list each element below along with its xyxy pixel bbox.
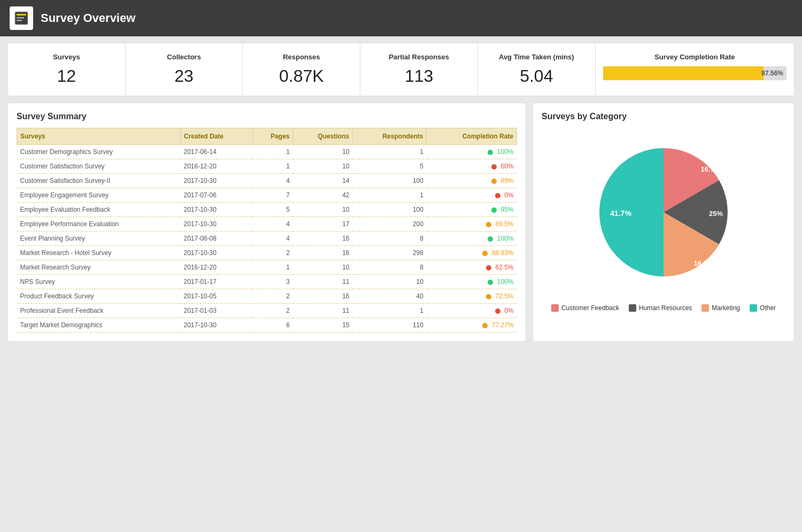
cell-respondents: 8 [353,260,427,275]
rate-value: 72.5% [495,292,513,300]
stat-surveys-value: 12 [16,66,118,86]
label-customer-feedback: 16.7% [701,165,721,173]
table-row: Event Planning Survey 2017-08-08 4 16 8 … [17,232,517,246]
stat-avg-time: Avg Time Taken (mins) 5.04 [478,43,596,96]
legend-box-other [750,304,757,312]
stats-bar: Surveys 12 Collectors 23 Responses 0.87K… [7,43,795,96]
survey-table: Surveys Created Date Pages Questions Res… [17,128,517,333]
cell-pages: 4 [253,217,293,232]
cell-respondents: 1 [353,304,427,318]
cell-rate: 100% [427,275,517,289]
cell-respondents: 40 [353,289,427,304]
completion-bar-fill [603,66,764,80]
survey-summary-panel: Survey Summary Surveys Created Date Page… [7,103,526,342]
stat-collectors-label: Collectors [133,53,235,61]
cell-questions: 17 [293,217,352,232]
stat-collectors-value: 23 [133,66,235,86]
app-logo [10,6,33,30]
stat-avg-label: Avg Time Taken (mins) [485,53,588,61]
cell-questions: 14 [293,174,352,188]
stat-partial-value: 113 [368,66,470,86]
cell-respondents: 1 [353,188,427,203]
cell-questions: 10 [293,145,352,159]
cell-questions: 11 [293,275,352,289]
legend-marketing: Marketing [701,304,740,312]
stat-partial-label: Partial Responses [368,53,470,61]
pie-container: 16.7% 25% 16.7% 41.7% [542,128,785,312]
main-content: Surveys 12 Collectors 23 Responses 0.87K… [0,36,802,348]
cell-pages: 2 [253,246,293,260]
rate-value: 0% [504,191,513,199]
status-dot [486,222,491,227]
svg-rect-1 [17,14,26,16]
rate-value: 95% [500,206,513,213]
cell-name: Customer Satisfaction Survey [17,159,181,174]
label-other: 41.7% [610,209,631,218]
cell-date: 2017-10-05 [181,289,253,304]
svg-rect-3 [17,20,22,21]
cell-date: 2017-07-06 [181,188,253,203]
stat-completion-label: Survey Completion Rate [603,53,786,61]
rate-value: 89% [500,177,513,184]
stat-responses-value: 0.87K [250,66,352,86]
svg-rect-2 [17,17,24,19]
stat-surveys: Surveys 12 [8,43,126,96]
cell-questions: 10 [293,159,352,174]
cell-date: 2017-08-08 [181,232,253,246]
cell-questions: 16 [293,232,352,246]
app-header: Survey Overview [0,0,802,36]
col-date: Created Date [181,128,253,145]
cell-rate: 0% [427,188,517,203]
legend-label-hr: Human Resources [639,304,692,312]
cell-pages: 4 [253,174,293,188]
rate-value: 60% [500,163,513,170]
rate-value: 100% [497,278,514,286]
col-questions: Questions [293,128,352,145]
col-pages: Pages [253,128,293,145]
legend-box-customer [551,304,559,312]
status-dot [482,251,488,256]
stat-partial: Partial Responses 113 [360,43,478,96]
col-surveys: Surveys [17,128,181,145]
cell-name: Customer Demographics Survey [17,145,181,159]
cell-date: 2017-10-30 [181,246,253,260]
cell-name: Employee Evaluation Feedback [17,203,181,217]
table-row: Employee Evaluation Feedback 2017-10-30 … [17,203,517,217]
cell-respondents: 100 [353,174,427,188]
cell-date: 2017-06-14 [181,145,253,159]
cell-pages: 1 [253,260,293,275]
table-row: Product Feedback Survey 2017-10-05 2 16 … [17,289,517,304]
bottom-section: Survey Summary Surveys Created Date Page… [7,103,795,342]
status-dot [491,179,497,184]
cell-questions: 42 [293,188,352,203]
legend-label-other: Other [760,304,776,312]
cell-rate: 88.93% [427,246,517,260]
survey-summary-title: Survey Summary [17,112,517,121]
slice-other [599,148,664,276]
rate-value: 0% [504,307,513,314]
table-row: Customer Satisfaction Survey-II 2017-10-… [17,174,517,188]
cell-date: 2017-01-03 [181,304,253,318]
cell-date: 2017-10-30 [181,174,253,188]
status-dot [491,207,497,213]
cell-respondents: 8 [353,232,427,246]
cell-date: 2017-01-17 [181,275,253,289]
legend-label-marketing: Marketing [712,304,740,312]
cell-pages: 4 [253,232,293,246]
category-panel: Surveys by Category 16.7% 25% [533,103,795,342]
cell-rate: 72.5% [427,289,517,304]
rate-value: 100% [497,148,514,156]
status-dot [488,236,493,242]
cell-name: Event Planning Survey [17,232,181,246]
status-dot [488,150,493,155]
cell-rate: 100% [427,232,517,246]
stat-avg-value: 5.04 [485,66,588,86]
cell-respondents: 100 [353,203,427,217]
cell-rate: 0% [427,304,517,318]
table-row: Market Research - Hotel Survey 2017-10-3… [17,246,517,260]
cell-date: 2017-10-30 [181,318,253,333]
status-dot [486,265,491,271]
cell-rate: 95% [427,203,517,217]
cell-name: Professional Event Feedback [17,304,181,318]
cell-date: 2017-10-30 [181,203,253,217]
